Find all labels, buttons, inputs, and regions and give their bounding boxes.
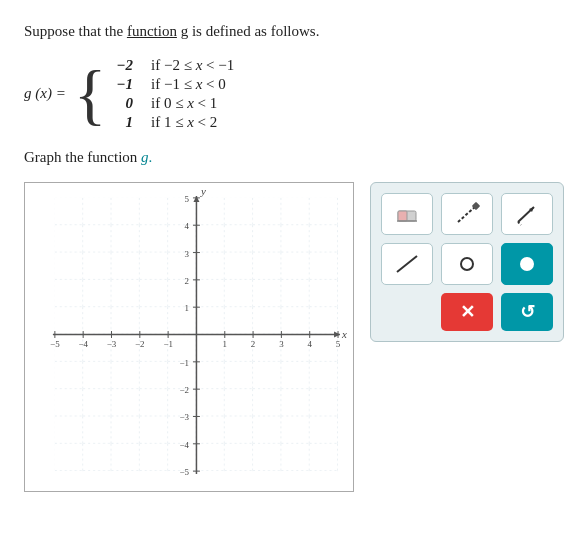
svg-text:−1: −1 [179,357,189,367]
svg-text:−4: −4 [78,338,88,348]
case-condition-2: if −1 ≤ x < 0 [151,76,234,93]
case-value-3: 0 [116,95,133,112]
svg-point-50 [521,258,533,270]
svg-text:−5: −5 [50,338,60,348]
svg-rect-41 [398,211,407,221]
svg-text:5: 5 [336,338,341,348]
delete-button[interactable]: ✕ [441,293,493,331]
svg-text:5: 5 [185,193,190,203]
svg-text:2: 2 [251,338,255,348]
left-brace: { [74,60,107,128]
svg-text:−2: −2 [179,385,189,395]
undo-button[interactable]: ↺ [501,293,553,331]
toolbar: ✕ ↺ [370,182,564,342]
graph-prompt-text: Graph the function [24,149,141,165]
function-label: g (x) = [24,85,66,102]
svg-text:3: 3 [185,248,190,258]
case-value-2: −1 [116,76,133,93]
cases-table: −2 if −2 ≤ x < −1 −1 if −1 ≤ x < 0 0 if … [116,57,234,131]
svg-text:4: 4 [185,221,190,231]
svg-text:2: 2 [185,275,189,285]
svg-text:1: 1 [223,338,227,348]
svg-text:−3: −3 [179,412,189,422]
case-value-4: 1 [116,114,133,131]
piecewise-brace: { −2 if −2 ≤ x < −1 −1 if −1 ≤ x < 0 0 i… [74,57,234,131]
svg-rect-44 [472,201,480,209]
svg-text:−1: −1 [163,338,173,348]
svg-text:1: 1 [185,303,189,313]
ray-tool[interactable] [501,193,553,235]
intro-paragraph: Suppose that the function g is defined a… [24,20,558,43]
svg-text:−4: −4 [179,439,189,449]
function-definition: g (x) = { −2 if −2 ≤ x < −1 −1 if −1 ≤ x… [24,57,558,131]
graph-svg[interactable]: −5 −4 −3 −2 −1 1 2 3 4 5 [25,183,353,491]
intro-text-after: g is defined as follows. [177,23,319,39]
svg-text:3: 3 [279,338,284,348]
svg-line-48 [397,256,417,272]
svg-point-49 [461,258,473,270]
svg-text:−3: −3 [107,338,117,348]
undo-icon: ↺ [520,301,535,323]
svg-text:4: 4 [307,338,312,348]
case-condition-3: if 0 ≤ x < 1 [151,95,234,112]
closed-circle-tool[interactable] [501,243,553,285]
x-axis-label: x [341,327,347,339]
svg-text:−5: −5 [179,467,189,477]
open-circle-tool[interactable] [441,243,493,285]
y-axis-label: y [200,184,206,196]
line-tool[interactable] [381,243,433,285]
eraser-tool[interactable] [381,193,433,235]
svg-line-43 [458,206,476,222]
case-value-1: −2 [116,57,133,74]
svg-text:−2: −2 [135,338,145,348]
case-condition-1: if −2 ≤ x < −1 [151,57,234,74]
main-area: −5 −4 −3 −2 −1 1 2 3 4 5 [24,182,558,492]
graph-prompt: Graph the function g. [24,149,558,166]
delete-icon: ✕ [460,301,475,323]
function-link: function [127,23,177,39]
case-condition-4: if 1 ≤ x < 2 [151,114,234,131]
svg-line-47 [518,222,521,225]
graph-container[interactable]: −5 −4 −3 −2 −1 1 2 3 4 5 [24,182,354,492]
graph-prompt-var: g. [141,149,152,165]
line-segment-tool[interactable] [441,193,493,235]
intro-text-before: Suppose that the [24,23,127,39]
